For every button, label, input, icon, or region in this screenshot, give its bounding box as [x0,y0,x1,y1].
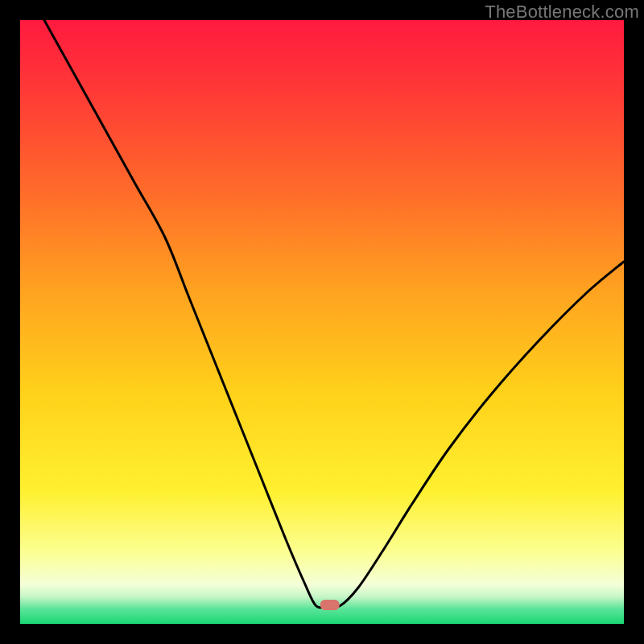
chart-stage: TheBottleneck.com [0,0,644,644]
gradient-background [20,20,624,624]
valley-marker [320,600,340,610]
plot-svg [20,20,624,624]
plot-area [20,20,624,624]
